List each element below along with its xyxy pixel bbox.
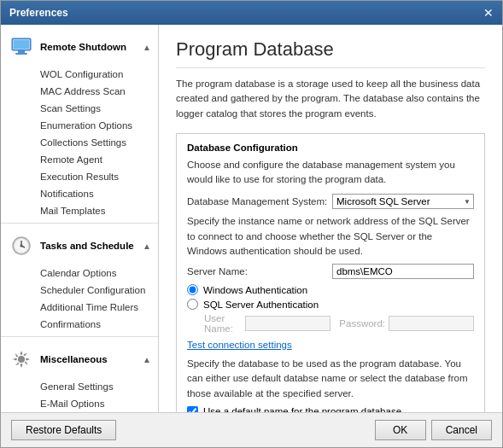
use-default-row: Use a default name for the program datab… — [187, 406, 474, 412]
sidebar-item-collections-settings[interactable]: Collections Settings — [1, 134, 158, 151]
database-config-section: Database Configuration Choose and config… — [176, 133, 485, 412]
sidebar-item-remote-agent[interactable]: Remote Agent — [1, 151, 158, 168]
sidebar-item-mac-address-scan[interactable]: MAC Address Scan — [1, 83, 158, 100]
use-default-checkbox[interactable] — [187, 406, 198, 412]
title-bar: Preferences ✕ — [1, 1, 502, 25]
close-button[interactable]: ✕ — [483, 6, 494, 20]
sidebar-section-header-misc[interactable]: Miscellaneous ▲ — [1, 340, 158, 378]
dms-select[interactable]: Microsoft SQL Server SQLite — [332, 194, 474, 209]
svg-point-10 — [18, 356, 25, 363]
computer-icon — [8, 33, 35, 61]
use-default-label: Use a default name for the program datab… — [203, 406, 401, 412]
sidebar-item-scan-settings[interactable]: Scan Settings — [1, 100, 158, 117]
server-desc: Specify the instance name or network add… — [187, 214, 474, 259]
chevron-up-icon2: ▲ — [143, 241, 151, 251]
svg-rect-4 — [14, 40, 29, 49]
sidebar-item-email-options[interactable]: E-Mail Options — [1, 395, 158, 412]
page-description: The program database is a storage used t… — [176, 77, 485, 121]
sidebar-section-misc: Miscellaneous ▲ General Settings E-Mail … — [1, 340, 158, 412]
server-name-row: Server Name: — [187, 264, 474, 279]
preferences-window: Preferences ✕ Remote Sh — [0, 0, 503, 448]
footer-right-buttons: OK Cancel — [375, 420, 492, 440]
windows-auth-radio[interactable] — [187, 284, 198, 295]
password-label: Password: — [339, 318, 385, 329]
tasks-label: Tasks and Schedule — [40, 241, 134, 251]
ok-button[interactable]: OK — [375, 420, 426, 440]
sidebar: Remote Shutdown ▲ WOL Configuration MAC … — [1, 25, 159, 412]
footer-bar: Restore Defaults OK Cancel — [1, 412, 502, 447]
db-config-desc: Choose and configure the database manage… — [187, 158, 474, 188]
misc-label: Miscellaneous — [40, 354, 108, 364]
dms-row: Database Management System: Microsoft SQ… — [187, 194, 474, 209]
password-input[interactable] — [389, 316, 474, 331]
cancel-button[interactable]: Cancel — [431, 420, 492, 440]
sidebar-item-calendar-options[interactable]: Calendar Options — [1, 265, 158, 282]
chevron-up-icon: ▲ — [143, 43, 151, 52]
sidebar-item-additional-time-rulers[interactable]: Additional Time Rulers — [1, 299, 158, 316]
user-pass-row: User Name: Password: — [204, 313, 474, 334]
dms-label: Database Management System: — [187, 196, 332, 207]
restore-defaults-button[interactable]: Restore Defaults — [11, 420, 116, 440]
main-content: Program Database The program database is… — [159, 25, 502, 412]
svg-point-9 — [20, 245, 23, 247]
tasks-items: Calendar Options Scheduler Configuration… — [1, 265, 158, 333]
sidebar-section-remote-shutdown: Remote Shutdown ▲ WOL Configuration MAC … — [1, 28, 158, 219]
username-label: User Name: — [204, 313, 245, 334]
sidebar-section-header-remote-shutdown[interactable]: Remote Shutdown ▲ — [1, 28, 158, 66]
sidebar-section-header-tasks[interactable]: Tasks and Schedule ▲ — [1, 227, 158, 265]
clock-icon — [8, 232, 35, 259]
sidebar-item-mail-templates[interactable]: Mail Templates — [1, 202, 158, 219]
gear-icon — [8, 346, 35, 373]
sidebar-item-general-settings[interactable]: General Settings — [1, 378, 158, 395]
window-title: Preferences — [9, 7, 68, 19]
page-title: Program Database — [176, 38, 485, 68]
dms-select-wrapper: Microsoft SQL Server SQLite — [332, 194, 474, 209]
windows-auth-row: Windows Authentication — [187, 284, 474, 295]
chevron-up-icon3: ▲ — [143, 355, 151, 364]
sidebar-item-notifications[interactable]: Notifications — [1, 185, 158, 202]
sidebar-item-execution-results[interactable]: Execution Results — [1, 168, 158, 185]
windows-auth-label: Windows Authentication — [203, 285, 307, 295]
sidebar-section-tasks: Tasks and Schedule ▲ Calendar Options Sc… — [1, 227, 158, 333]
server-name-input[interactable] — [332, 264, 474, 279]
remote-shutdown-items: WOL Configuration MAC Address Scan Scan … — [1, 66, 158, 219]
db-desc: Specify the database to be used as the p… — [187, 357, 474, 401]
svg-rect-2 — [15, 53, 27, 55]
server-name-label: Server Name: — [187, 266, 332, 276]
sql-auth-row: SQL Server Authentication — [187, 299, 474, 310]
sidebar-item-enumeration-options[interactable]: Enumeration Options — [1, 117, 158, 134]
misc-items: General Settings E-Mail Options Program … — [1, 378, 158, 412]
db-config-title: Database Configuration — [187, 143, 474, 153]
sql-auth-radio[interactable] — [187, 299, 198, 310]
remote-shutdown-label: Remote Shutdown — [40, 42, 126, 52]
sidebar-item-scheduler-config[interactable]: Scheduler Configuration — [1, 282, 158, 299]
username-input[interactable] — [245, 316, 330, 331]
sql-auth-label: SQL Server Authentication — [203, 300, 319, 310]
sidebar-item-confirmations[interactable]: Confirmations — [1, 316, 158, 333]
server-name-field-wrapper — [332, 264, 474, 279]
test-connection-link[interactable]: Test connection settings — [187, 340, 292, 350]
sidebar-item-wol-config[interactable]: WOL Configuration — [1, 66, 158, 83]
svg-rect-1 — [18, 50, 25, 53]
